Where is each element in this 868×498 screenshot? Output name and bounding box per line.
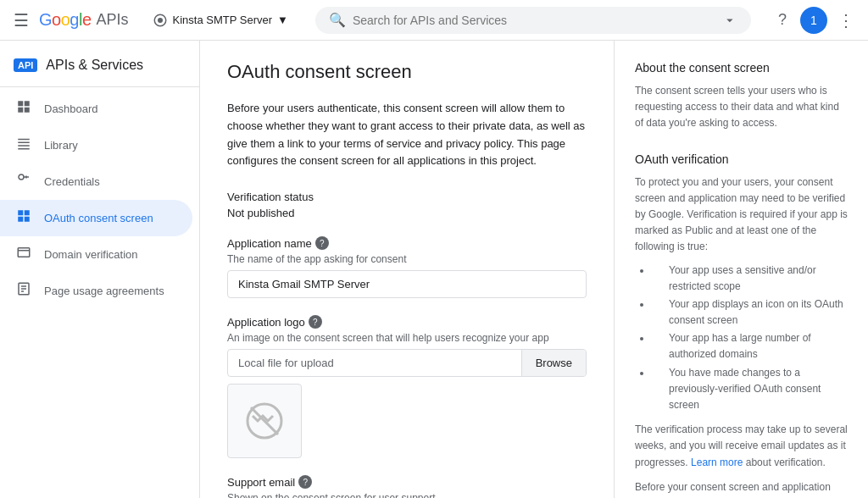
support-email-label-row: Support email ? [227,475,587,489]
credentials-label: Credentials [44,175,100,188]
svg-point-10 [19,174,24,180]
oauth-intro-text: To protect you and your users, your cons… [635,174,848,256]
main-layout: API APIs & Services Dashboard Library Cr… [0,41,868,498]
right-panel: About the consent screen The consent scr… [614,41,868,498]
project-selector[interactable]: Kinsta SMTP Server ▼ [146,9,295,31]
domain-label: Domain verification [44,248,138,261]
project-icon [153,13,168,28]
project-name: Kinsta SMTP Server [173,14,273,26]
verification-status-label: Verification status [227,191,587,203]
app-logo-label: Application logo [227,316,305,329]
about-consent-text: The consent screen tells your users who … [635,83,848,132]
svg-rect-12 [25,210,30,215]
verification-process-text: The verification process may take up to … [635,422,848,471]
search-bar: 🔍 [315,7,751,34]
app-name-hint: The name of the app asking for consent [227,253,587,265]
app-name-field: Application name ? The name of the app a… [227,236,587,298]
about-consent-heading: About the consent screen [635,61,848,75]
oauth-verification-heading: OAuth verification [635,152,848,166]
topbar-actions: ? 1 ⋮ [771,4,858,36]
sidebar-item-credentials[interactable]: Credentials [0,163,192,200]
svg-rect-8 [18,145,30,147]
limitations-text: Before your consent screen and applicati… [635,479,848,498]
svg-line-22 [251,407,278,434]
svg-rect-15 [18,248,30,257]
app-name-input[interactable] [227,270,587,298]
svg-rect-5 [25,108,30,113]
svg-rect-14 [25,217,30,222]
project-dropdown-icon: ▼ [277,14,288,26]
oauth-icon [14,208,34,228]
content-area: OAuth consent screen Before your users a… [200,41,868,498]
page-usage-label: Page usage agreements [44,285,164,297]
app-logo-field: Application logo ? An image on the conse… [227,315,587,458]
oauth-verification-section: OAuth verification To protect you and yo… [635,152,848,498]
app-name-label: Application name [227,237,312,250]
google-logo: Google [39,10,92,30]
dashboard-label: Dashboard [44,102,98,115]
app-logo-help-icon[interactable]: ? [309,315,322,329]
learn-more-verification-link[interactable]: Learn more [691,456,743,468]
bullet-1: Your app uses a sensitive and/or restric… [652,263,848,295]
search-dropdown-icon [722,12,737,29]
main-content: OAuth consent screen Before your users a… [200,41,614,498]
menu-icon[interactable]: ☰ [10,7,32,34]
verification-status-value: Not published [227,207,587,219]
sidebar-item-dashboard[interactable]: Dashboard [0,91,192,127]
oauth-label: OAuth consent screen [44,212,153,224]
sidebar: API APIs & Services Dashboard Library Cr… [0,41,200,498]
library-label: Library [44,139,78,152]
svg-rect-2 [18,101,23,106]
library-icon [14,136,34,155]
more-options-icon[interactable]: ⋮ [834,7,858,34]
app-name-label-row: Application name ? [227,236,587,250]
app-logo-hint: An image on the consent screen that will… [227,332,587,344]
sidebar-title: APIs & Services [46,58,143,73]
search-input[interactable] [353,14,715,27]
bullet-2: Your app displays an icon on its OAuth c… [652,296,848,329]
page-title: OAuth consent screen [227,61,587,83]
sidebar-item-domain[interactable]: Domain verification [0,236,192,273]
topbar: ☰ Google APIs Kinsta SMTP Server ▼ 🔍 ? 1… [0,0,868,41]
dashboard-icon [14,99,34,119]
svg-rect-6 [18,139,30,141]
help-button[interactable]: ? [771,4,793,36]
domain-icon [14,245,34,264]
svg-point-1 [158,18,163,23]
page-usage-icon [14,281,34,301]
support-email-label: Support email [227,476,295,489]
svg-rect-13 [18,217,23,222]
intro-text: Before your users authenticate, this con… [227,100,587,170]
logo-upload-row: Local file for upload Browse [227,349,587,377]
verification-status-field: Verification status Not published [227,191,587,219]
api-badge: API [14,58,37,72]
app-name-help-icon[interactable]: ? [315,236,329,250]
svg-rect-3 [25,101,30,106]
oauth-bullets-list: Your app uses a sensitive and/or restric… [635,263,848,414]
svg-rect-7 [18,142,30,144]
bullet-4: You have made changes to a previously-ve… [652,365,848,414]
sidebar-item-page-usage[interactable]: Page usage agreements [0,273,192,309]
support-email-hint: Shown on the consent screen for user sup… [227,492,587,498]
logo-preview [227,384,302,458]
logo-placeholder: Local file for upload [228,350,521,376]
search-icon: 🔍 [329,12,346,28]
google-apis-logo: Google APIs [39,10,129,30]
sidebar-item-oauth[interactable]: OAuth consent screen [0,200,192,236]
svg-rect-11 [18,210,23,215]
svg-rect-4 [18,108,23,113]
account-avatar[interactable]: 1 [800,7,827,34]
sidebar-header: API APIs & Services [0,47,199,83]
no-image-icon [244,401,285,441]
credentials-icon [14,172,34,191]
support-email-help-icon[interactable]: ? [298,475,312,489]
about-consent-section: About the consent screen The consent scr… [635,61,848,132]
browse-button[interactable]: Browse [521,350,586,376]
svg-rect-9 [18,148,30,150]
app-logo-label-row: Application logo ? [227,315,587,329]
sidebar-divider [0,86,199,87]
bullet-3: Your app has a large number of authorize… [652,330,848,362]
apis-text: APIs [97,11,129,29]
support-email-field: Support email ? Shown on the consent scr… [227,475,587,498]
sidebar-item-library[interactable]: Library [0,127,192,163]
